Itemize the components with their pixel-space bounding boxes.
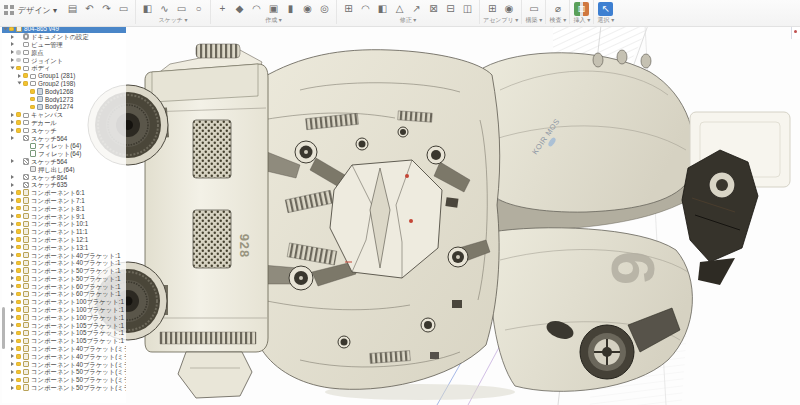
ribbon-group-label[interactable]: アセンブリ ▾	[483, 16, 518, 24]
scale-icon[interactable]: ↗	[409, 2, 424, 16]
browser-tree-row[interactable]: コンポーネント105ブラケット:1	[2, 321, 126, 329]
expand-arrow-icon[interactable]	[11, 183, 14, 187]
visibility-bulb-icon[interactable]	[30, 89, 35, 94]
browser-tree-row[interactable]: コンポーネント40ブラケット(ミラー):1	[2, 345, 126, 353]
expand-arrow-icon[interactable]	[11, 300, 14, 304]
browser-tree-row[interactable]: コンポーネント40ブラケット:1	[2, 251, 126, 259]
browser-tree-row[interactable]: コンポーネント50ブラケット:1	[2, 275, 126, 283]
browser-tree-row[interactable]: ドキュメントの設定	[2, 33, 126, 41]
visibility-bulb-icon[interactable]	[16, 222, 21, 227]
ribbon-group-label[interactable]: 構築 ▾	[526, 16, 543, 24]
torus-icon[interactable]: ◎	[317, 2, 332, 16]
browser-tree-row[interactable]: 原点	[2, 48, 126, 56]
visibility-bulb-icon[interactable]	[16, 66, 21, 71]
measure-icon[interactable]: ⌀	[550, 2, 565, 16]
browser-tree-row[interactable]: ジョイント	[2, 56, 126, 64]
box-icon[interactable]: ▣	[266, 2, 281, 16]
visibility-bulb-icon[interactable]	[16, 112, 21, 117]
expand-arrow-icon[interactable]	[11, 261, 14, 265]
browser-tree-row[interactable]: ビュー管理	[2, 41, 126, 49]
ribbon-group-label[interactable]: 挿入 ▾	[574, 16, 591, 24]
ribbon-group-label[interactable]: スケッチ ▾	[158, 16, 187, 24]
browser-tree-row[interactable]: コンポーネント105ブラケット:1	[2, 337, 126, 345]
visibility-bulb-icon[interactable]	[16, 229, 21, 234]
browser-tree-row[interactable]: Body1273	[2, 95, 126, 103]
expand-arrow-icon[interactable]	[18, 82, 22, 85]
expand-arrow-icon[interactable]	[11, 284, 14, 288]
expand-arrow-icon[interactable]	[11, 339, 14, 343]
expand-arrow-icon[interactable]	[11, 269, 14, 273]
circle-icon[interactable]: ○	[191, 2, 206, 16]
expand-arrow-icon[interactable]	[11, 42, 14, 46]
expand-arrow-icon[interactable]	[11, 292, 14, 296]
browser-tree-row[interactable]: コンポーネント6:1	[2, 189, 126, 197]
browser-tree-row[interactable]: コンポーネント100ブラケット:1	[2, 306, 126, 314]
expand-arrow-icon[interactable]	[11, 120, 14, 124]
browser-tree-row[interactable]: スケッチ564	[2, 134, 126, 142]
new-component-icon[interactable]: ⊞	[485, 2, 500, 16]
visibility-bulb-icon[interactable]	[16, 58, 21, 63]
visibility-bulb-icon[interactable]	[16, 206, 21, 211]
create-sketch-icon[interactable]: ◧	[140, 2, 155, 16]
joint-icon[interactable]: ◉	[502, 2, 517, 16]
expand-arrow-icon[interactable]	[11, 66, 15, 69]
visibility-bulb-icon[interactable]	[30, 105, 35, 110]
visibility-bulb-icon[interactable]	[16, 354, 21, 359]
rectangle-icon[interactable]: ▭	[174, 2, 189, 16]
expand-arrow-icon[interactable]	[11, 308, 14, 312]
undo-icon[interactable]: ↶	[82, 2, 97, 16]
expand-arrow-icon[interactable]	[11, 315, 14, 319]
expand-arrow-icon[interactable]	[11, 237, 14, 241]
expand-arrow-icon[interactable]	[11, 198, 14, 202]
browser-tree-row[interactable]: コンポーネント50ブラケット(ミラー):1	[2, 368, 126, 376]
browser-tree-row[interactable]: スケッチ635	[2, 181, 126, 189]
create-form-icon[interactable]: +	[215, 2, 230, 16]
browser-tree-row[interactable]: コンポーネント50ブラケット:1	[2, 267, 126, 275]
expand-arrow-icon[interactable]	[11, 245, 14, 249]
visibility-bulb-icon[interactable]	[16, 385, 21, 390]
browser-tree-row[interactable]: フィレット(64)	[2, 150, 126, 158]
expand-arrow-icon[interactable]	[11, 253, 14, 257]
browser-tree-row[interactable]: コンポーネント40ブラケット(ミラー):1	[2, 360, 126, 368]
visibility-bulb-icon[interactable]	[23, 81, 28, 86]
expand-arrow-icon[interactable]	[11, 191, 14, 195]
expand-arrow-icon[interactable]	[11, 214, 14, 218]
browser-tree-row[interactable]: スケッチ564	[2, 158, 126, 166]
visibility-bulb-icon[interactable]	[16, 292, 21, 297]
offset-face-icon[interactable]: ⊟	[443, 2, 458, 16]
visibility-bulb-icon[interactable]	[16, 276, 21, 281]
visibility-bulb-icon[interactable]	[16, 362, 21, 367]
browser-tree-row[interactable]: Body1274	[2, 103, 126, 111]
browser-tree-row[interactable]: コンポーネント40ブラケット:1	[2, 259, 126, 267]
visibility-bulb-icon[interactable]	[16, 378, 21, 383]
browser-tree-row[interactable]: コンポーネント60ブラケット:1	[2, 282, 126, 290]
expand-arrow-icon[interactable]	[11, 206, 14, 210]
browser-tree-row[interactable]: コンポーネント50ブラケット(ミラー):1	[2, 376, 126, 384]
visibility-bulb-icon[interactable]	[16, 237, 21, 242]
expand-arrow-icon[interactable]	[11, 386, 14, 390]
expand-arrow-icon[interactable]	[11, 175, 14, 179]
browser-tree-row[interactable]: コンポーネント8:1	[2, 204, 126, 212]
browser-tree-row[interactable]: スケッチ864	[2, 173, 126, 181]
visibility-bulb-icon[interactable]	[16, 245, 21, 250]
expand-arrow-icon[interactable]	[11, 370, 14, 374]
insert-icon[interactable]: ▥	[574, 2, 589, 16]
expand-arrow-icon[interactable]	[11, 35, 14, 39]
browser-tree-row[interactable]: フィレット(64)	[2, 142, 126, 150]
visibility-bulb-icon[interactable]	[16, 198, 21, 203]
expand-arrow-icon[interactable]	[11, 230, 14, 234]
expand-arrow-icon[interactable]	[18, 74, 21, 78]
expand-arrow-icon[interactable]	[11, 276, 14, 280]
browser-tree-row[interactable]: コンポーネント11:1	[2, 228, 126, 236]
browser-tree-row[interactable]: コンポーネント13:1	[2, 243, 126, 251]
browser-tree-row[interactable]: Group2 (198)	[2, 80, 126, 88]
expand-arrow-icon[interactable]	[11, 347, 14, 351]
browser-tree-row[interactable]: コンポーネント105ブラケット:1	[2, 329, 126, 337]
browser-tree-row[interactable]: Body1268	[2, 87, 126, 95]
extrude-icon[interactable]: ◆	[232, 2, 247, 16]
visibility-bulb-icon[interactable]	[16, 339, 21, 344]
visibility-bulb-icon[interactable]	[30, 97, 35, 102]
visibility-bulb-icon[interactable]	[16, 190, 21, 195]
visibility-bulb-icon[interactable]	[16, 331, 21, 336]
visibility-bulb-icon[interactable]	[16, 128, 21, 133]
